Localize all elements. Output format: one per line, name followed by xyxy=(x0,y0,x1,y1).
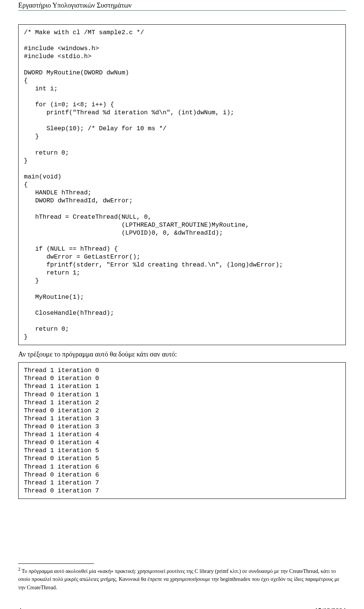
header-title: Εργαστήριο Υπολογιστικών Συστημάτων xyxy=(18,2,132,9)
code-content: /* Make with cl /MT sample2.c */ #includ… xyxy=(24,29,283,341)
program-output: Thread 1 iteration 0 Thread 0 iteration … xyxy=(18,362,346,499)
footnote: 2 Το πρόγραμμα αυτό ακολουθεί μία «κακή»… xyxy=(18,566,346,592)
output-content: Thread 1 iteration 0 Thread 0 iteration … xyxy=(24,367,99,494)
page: Εργαστήριο Υπολογιστικών Συστημάτων /* M… xyxy=(0,0,364,609)
page-number: 4 xyxy=(18,607,22,609)
document-header: Εργαστήριο Υπολογιστικών Συστημάτων xyxy=(18,0,346,11)
footnote-text: Το πρόγραμμα αυτό ακολουθεί μία «κακή» π… xyxy=(18,568,339,590)
page-footer: 4 15/12/2004 xyxy=(18,607,346,609)
footer-date: 15/12/2004 xyxy=(315,607,346,609)
code-listing: /* Make with cl /MT sample2.c */ #includ… xyxy=(18,24,346,345)
paragraph-intro-output: Αν τρέξουμε το πρόγραμμα αυτό θα δούμε κ… xyxy=(18,350,346,358)
footnote-separator xyxy=(18,563,94,564)
